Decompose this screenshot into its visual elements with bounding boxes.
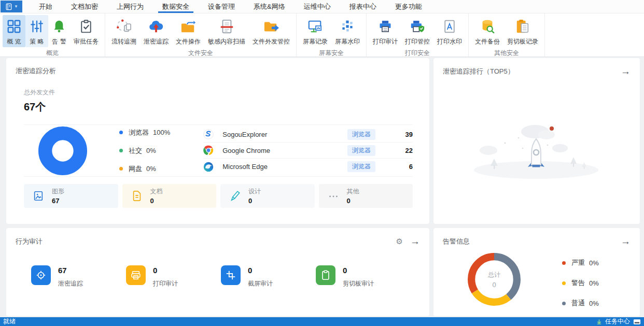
panel-leak-trace-analysis: 泄密追踪分析 总外发文件 67个 浏览器 100% 社交 0% [6,58,429,224]
printer-icon [378,17,393,36]
sogou-explorer-icon [203,129,214,139]
app-name: Microsoft Edge [222,163,268,171]
ribbon-item-file-backup[interactable]: 文件备份 [471,15,503,47]
ribbon-group-print-security: 打印审计 打印管控 打印水印 打印安全 [367,13,469,56]
ribbon-item-print-control[interactable]: 打印管控 [401,15,433,47]
stat-clipboard-audit[interactable]: 0 剪切板审计 [316,265,411,288]
tab-start[interactable]: 开始 [30,0,62,13]
stat-value: 67 [58,266,83,275]
alert-legend: 严重 0% 警告 0% 普通 0% [562,258,599,308]
pen-icon [229,190,241,202]
app-menu-button[interactable]: ▼ [1,1,22,12]
legend-item: 警告 0% [562,278,599,288]
category-card-image[interactable]: 图形 67 [24,184,118,208]
printer-icon [126,265,146,285]
ribbon-item-screen-watermark[interactable]: 屏幕水印 [331,15,363,47]
tab-web-behavior[interactable]: 上网行为 [107,0,153,13]
stat-print-audit[interactable]: 0 打印审计 [126,265,221,288]
ribbon-item-label: 审批任务 [74,37,99,46]
ribbon-item-overview[interactable]: 概 览 [3,15,25,47]
list-item: Microsoft Edge 浏览器 6 [203,159,413,175]
total-outgoing-label: 总外发文件 [24,88,429,97]
browser-badge: 浏览器 [347,129,375,140]
tab-system-network[interactable]: 系统&网络 [244,0,295,13]
category-card-document[interactable]: 文档 0 [122,184,217,208]
watermark-a-icon [442,17,457,36]
tab-data-security[interactable]: 数据安全 [153,0,199,13]
arrow-right-icon[interactable]: → [621,66,631,76]
arrow-right-icon[interactable]: → [410,236,420,246]
ribbon-item-screen-record[interactable]: 屏幕记录 [299,15,331,47]
task-center-button[interactable]: 任务中心 [605,317,630,326]
stat-leak-trace[interactable]: 67 泄密追踪 [31,265,126,288]
tab-doc-encrypt[interactable]: 文档加密 [62,0,107,13]
browser-badge: 浏览器 [347,145,375,156]
monitor-record-icon [307,17,323,36]
total-outgoing-value: 67个 [24,100,429,114]
panel-behavior-audit: 行为审计 ⚙ → 67 泄密追踪 0 [6,228,429,316]
statusbar: 就绪 任务中心 [0,317,644,326]
ribbon-item-policy[interactable]: 策 略 [25,15,48,47]
tab-device-mgmt[interactable]: 设备管理 [199,0,244,13]
document-icon [131,190,143,202]
ribbon-item-label: 告 警 [52,37,66,46]
ribbon-item-label: 打印水印 [437,37,462,46]
stat-value: 0 [153,266,178,275]
empty-state-rocket-illustration [469,116,605,183]
ribbon-group-file-security: 流转追溯 泄密追踪 文件操作 敏感内容扫描 文件外发管控 文件安全 [105,13,297,56]
ribbon-item-alarm[interactable]: 告 警 [48,15,70,47]
ribbon-item-label: 策 略 [30,37,44,46]
legend-label: 严重 [571,258,585,267]
legend-dot [562,281,566,285]
bell-icon [52,17,66,36]
ribbon-item-label: 泄密追踪 [144,37,169,46]
pixel-watermark-icon [340,17,355,36]
google-chrome-icon [203,145,214,155]
ribbon-item-flow-trace[interactable]: 流转追溯 [108,15,140,47]
stat-value: 0 [343,266,374,275]
target-icon [31,265,51,285]
ellipsis-icon [327,190,340,202]
legend-item: 严重 0% [562,258,599,267]
panel-title: 行为审计 [16,237,43,246]
stat-screenshot-audit[interactable]: 0 截屏审计 [221,265,316,288]
gear-icon[interactable]: ⚙ [396,237,403,245]
ribbon-item-print-watermark[interactable]: 打印水印 [433,15,466,47]
folder-return-icon [180,17,196,36]
dashboard-content: 泄密追踪分析 总外发文件 67个 浏览器 100% 社交 0% [0,57,644,317]
category-card-other[interactable]: 其他 0 [319,184,413,208]
app-count: 22 [375,147,413,154]
ribbon-item-print-audit[interactable]: 打印审计 [369,15,401,47]
ribbon-item-label: 打印管控 [405,37,430,46]
ribbon-item-leak-trace[interactable]: 泄密追踪 [140,15,172,47]
ribbon-item-sensitive-scan[interactable]: 敏感内容扫描 [204,15,249,47]
app-count: 39 [375,131,413,138]
donut-center-label: 总计 [488,271,500,279]
device-monitor-icon[interactable] [633,319,641,325]
ribbon-item-outgoing-control[interactable]: 文件外发管控 [249,15,293,47]
tab-more[interactable]: 更多功能 [386,0,431,13]
app-name: SogouExplorer [222,131,267,138]
donut-legend: 浏览器 100% 社交 0% 网盘 0% [119,128,170,174]
tab-ops-center[interactable]: 运维中心 [295,0,340,13]
grid-overview-icon [6,17,22,36]
ribbon-item-file-ops[interactable]: 文件操作 [172,15,204,47]
card-label: 设计 [248,187,261,196]
legend-label: 浏览器 [129,128,149,137]
alert-donut-chart: 总计 0 [468,253,521,306]
file-category-cards: 图形 67 文档 0 设计 0 其 [24,184,413,208]
legend-pct: 0% [146,147,156,154]
document-scan-icon [219,17,234,36]
card-label: 其他 [347,187,359,196]
ribbon-item-label: 流转追溯 [111,37,136,46]
ribbon-item-label: 概 览 [7,37,21,46]
card-value: 0 [248,197,261,205]
cloud-upload-icon [148,17,164,36]
arrow-right-icon[interactable]: → [621,236,631,246]
ribbon-item-approval-tasks[interactable]: 审批任务 [70,15,102,47]
clipboard-icon [316,265,335,285]
tab-report-center[interactable]: 报表中心 [340,0,386,13]
category-card-design[interactable]: 设计 0 [220,184,315,208]
ribbon-item-clipboard-record[interactable]: 剪切板记录 [503,15,542,47]
status-ready-text: 就绪 [3,317,16,326]
